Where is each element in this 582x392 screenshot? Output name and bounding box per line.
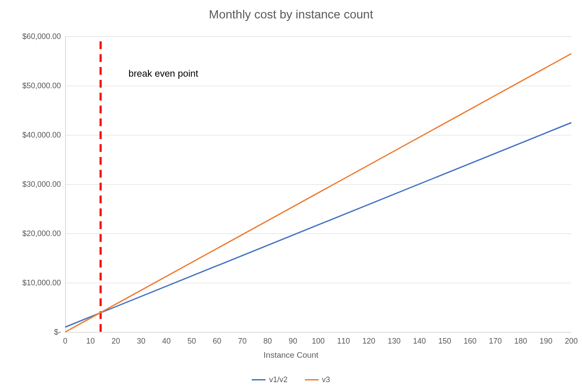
x-tick-label: 200 xyxy=(565,337,578,346)
y-tick-label: $- xyxy=(54,328,61,337)
x-tick-label: 70 xyxy=(238,337,247,346)
x-tick-label: 100 xyxy=(312,337,325,346)
x-tick-label: 120 xyxy=(362,337,375,346)
x-axis-line xyxy=(65,332,571,332)
x-tick-label: 10 xyxy=(86,337,95,346)
x-tick-label: 40 xyxy=(162,337,171,346)
x-tick-label: 30 xyxy=(137,337,145,346)
x-tick-label: 60 xyxy=(213,337,221,346)
y-tick-label: $20,000.00 xyxy=(22,229,61,238)
x-tick-label: 80 xyxy=(263,337,272,346)
x-tick-label: 20 xyxy=(112,337,120,346)
x-tick-label: 50 xyxy=(187,337,196,346)
x-tick-label: 90 xyxy=(289,337,297,346)
y-tick-label: $50,000.00 xyxy=(22,81,61,90)
legend-item-v1v2: v1/v2 xyxy=(252,375,287,384)
break-even-label: break even point xyxy=(129,68,199,79)
legend-item-v3: v3 xyxy=(305,375,330,384)
chart-svg xyxy=(65,36,571,332)
series-v1v2-line xyxy=(65,123,571,327)
x-tick-label: 110 xyxy=(337,337,350,346)
legend-label: v1/v2 xyxy=(269,375,287,384)
x-tick-label: 0 xyxy=(63,337,67,346)
x-tick-label: 130 xyxy=(388,337,401,346)
x-tick-label: 160 xyxy=(464,337,476,346)
x-tick-label: 190 xyxy=(540,337,552,346)
legend: v1/v2 v3 xyxy=(0,375,582,384)
x-tick-label: 180 xyxy=(514,337,527,346)
series-v3-line xyxy=(65,54,571,332)
chart-title: Monthly cost by instance count xyxy=(0,8,582,21)
y-tick-label: $40,000.00 xyxy=(22,131,61,140)
y-tick-label: $60,000.00 xyxy=(22,32,61,41)
legend-label: v3 xyxy=(322,375,330,384)
legend-swatch xyxy=(252,379,265,380)
y-tick-label: $30,000.00 xyxy=(22,180,61,189)
x-tick-label: 140 xyxy=(413,337,426,346)
y-tick-label: $10,000.00 xyxy=(22,278,61,287)
x-axis-label: Instance Count xyxy=(0,350,582,360)
x-tick-label: 150 xyxy=(438,337,451,346)
x-tick-label: 170 xyxy=(489,337,502,346)
legend-swatch xyxy=(305,379,319,380)
chart-container: Monthly cost by instance count $- $10,00… xyxy=(0,0,582,392)
plot-area: break even point xyxy=(65,36,571,332)
